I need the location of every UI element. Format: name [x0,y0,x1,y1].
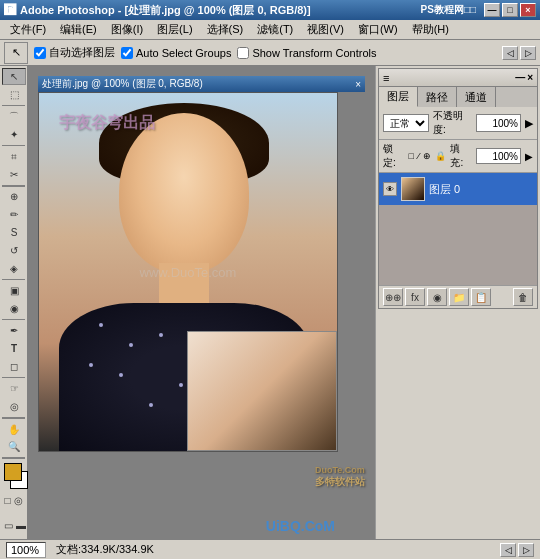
link-layers-button[interactable]: ⊕⊕ [383,288,403,306]
transform-label[interactable]: Show Transform Controls [237,47,376,59]
duote-watermark: DuoTe.Com 多特软件站 [315,465,365,489]
blend-opacity-row: 正常 不透明度: ▶ [379,107,537,140]
dodge-tool-icon[interactable]: ◉ [2,300,26,317]
canvas-title: 处理前.jpg @ 100% (图层 0, RGB/8) [42,77,203,91]
doc-size: 文档:334.9K/334.9K [56,542,154,557]
fill-arrow[interactable]: ▶ [525,151,533,162]
auto-groups-checkbox[interactable] [121,47,133,59]
move-tool-icon[interactable]: ↖ [2,68,26,85]
pen-tool-icon[interactable]: ✒ [2,322,26,339]
panel-header-buttons: — × [515,72,533,83]
eyedropper-icon[interactable]: ◎ [2,398,26,415]
tab-paths[interactable]: 路径 [418,87,457,107]
stamp-tool-icon[interactable]: S [2,224,26,241]
foreground-color[interactable] [4,463,22,481]
menu-window[interactable]: 窗口(W) [352,20,404,39]
canvas-title-bar: 处理前.jpg @ 100% (图层 0, RGB/8) × [38,76,365,92]
auto-select-checkbox[interactable] [34,47,46,59]
lasso-tool-icon[interactable]: ⌒ [2,108,26,125]
eraser-tool-icon[interactable]: ◈ [2,260,26,277]
app-icon: 🅿 [4,3,16,17]
zoom-tool-icon[interactable]: 🔍 [2,438,26,455]
brush-tool-icon[interactable]: ✏ [2,206,26,223]
thumbnail-inset [187,331,337,451]
sparkle-7 [179,383,183,387]
nav-back-button[interactable]: ◁ [502,46,518,60]
notes-tool-icon[interactable]: ☞ [2,380,26,397]
layer-item[interactable]: 👁 图层 0 [379,173,537,205]
marquee-tool-icon[interactable]: ⬚ [2,86,26,103]
tool-separator-3 [2,185,25,186]
transform-checkbox[interactable] [237,47,249,59]
type-tool-icon[interactable]: T [2,340,26,357]
layer-visibility-icon[interactable]: 👁 [383,182,397,196]
status-arrow-right[interactable]: ▷ [518,543,534,557]
color-swatches[interactable] [4,463,23,485]
fill-input[interactable] [476,148,521,164]
opacity-arrow[interactable]: ▶ [525,117,533,130]
panel-close-icon[interactable]: × [527,72,533,83]
tool-separator-8 [2,457,25,458]
minimize-button[interactable]: — [484,3,500,17]
new-layer-button[interactable]: 📋 [471,288,491,306]
add-style-button[interactable]: fx [405,288,425,306]
quick-mask-buttons: □ ◎ [3,489,24,511]
move-tool-button[interactable]: ↖ [4,42,28,64]
title-bar-left: 🅿 Adobe Photoshop - [处理前.jpg @ 100% (图层 … [4,3,311,18]
tab-layers[interactable]: 图层 [379,87,418,107]
lock-label: 锁定: [383,142,405,170]
new-group-button[interactable]: 📁 [449,288,469,306]
menu-select[interactable]: 选择(S) [201,20,250,39]
hand-tool-icon[interactable]: ✋ [2,421,26,438]
title-text: Adobe Photoshop - [处理前.jpg @ 100% (图层 0,… [20,3,311,18]
menu-view[interactable]: 视图(V) [301,20,350,39]
menu-image[interactable]: 图像(I) [105,20,149,39]
menu-file[interactable]: 文件(F) [4,20,52,39]
auto-select-label[interactable]: 自动选择图层 [34,45,115,60]
sparkle-2 [129,343,133,347]
menu-edit[interactable]: 编辑(E) [54,20,103,39]
panel-minimize-icon[interactable]: — [515,72,525,83]
menu-help[interactable]: 帮助(H) [406,20,455,39]
sparkle-6 [149,403,153,407]
screen-mode-1-icon[interactable]: ▭ [3,514,14,536]
heal-tool-icon[interactable]: ⊕ [2,189,26,206]
shape-tool-icon[interactable]: ◻ [2,358,26,375]
gradient-tool-icon[interactable]: ▣ [2,282,26,299]
auto-groups-label[interactable]: Auto Select Groups [121,47,231,59]
menu-bar: 文件(F) 编辑(E) 图像(I) 图层(L) 选择(S) 滤镜(T) 视图(V… [0,20,540,40]
lock-all-icon[interactable]: 🔒 [435,151,446,161]
status-arrow-left[interactable]: ◁ [500,543,516,557]
quick-mask-icon[interactable]: ◎ [13,489,24,511]
tab-channels[interactable]: 通道 [457,87,496,107]
menu-filter[interactable]: 滤镜(T) [251,20,299,39]
blend-mode-select[interactable]: 正常 [383,114,429,132]
status-nav-buttons: ◁ ▷ [500,543,534,557]
layer-thumbnail [401,177,425,201]
lock-row: 锁定: □ ∕ ⊕ 🔒 填充: ▶ [379,140,537,173]
close-button[interactable]: × [520,3,536,17]
nav-buttons: ◁ ▷ [502,46,536,60]
slice-tool-icon[interactable]: ✂ [2,166,26,183]
menu-layer[interactable]: 图层(L) [151,20,198,39]
lock-pixels-icon[interactable]: ∕ [418,151,420,161]
history-tool-icon[interactable]: ↺ [2,242,26,259]
lock-transparent-icon[interactable]: □ [409,151,414,161]
standard-mode-icon[interactable]: □ [3,489,12,511]
crop-tool-icon[interactable]: ⌗ [2,148,26,165]
screen-mode-2-icon[interactable]: ▬ [15,514,27,536]
window-controls[interactable]: — □ × [484,3,536,17]
sparkle-5 [119,373,123,377]
status-bar: 100% 文档:334.9K/334.9K ◁ ▷ [0,539,540,559]
canvas-close-icon[interactable]: × [355,79,361,90]
magic-wand-icon[interactable]: ✦ [2,126,26,143]
opacity-input[interactable] [476,114,521,132]
lock-position-icon[interactable]: ⊕ [423,151,431,161]
tool-separator-4 [2,279,25,280]
nav-fwd-button[interactable]: ▷ [520,46,536,60]
maximize-button[interactable]: □ [502,3,518,17]
zoom-display[interactable]: 100% [6,542,46,558]
fill-label: 填充: [450,142,472,170]
add-mask-button[interactable]: ◉ [427,288,447,306]
delete-layer-button[interactable]: 🗑 [513,288,533,306]
